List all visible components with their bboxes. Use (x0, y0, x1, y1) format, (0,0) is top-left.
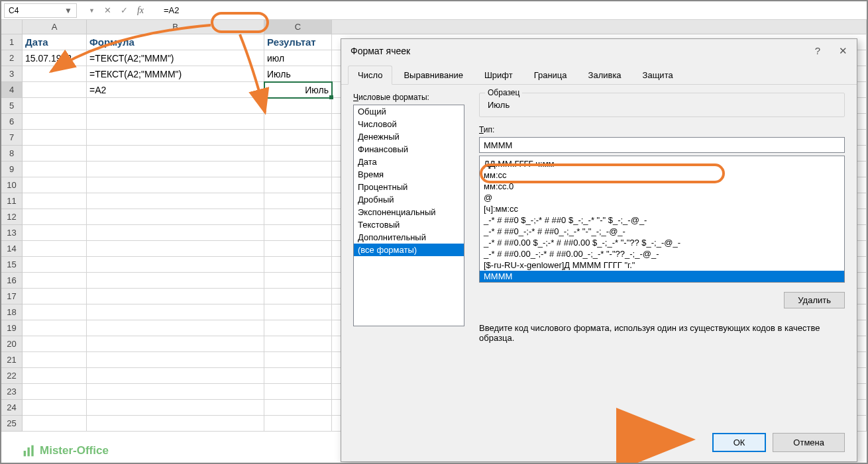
cell-A14[interactable] (23, 241, 87, 257)
cell-A5[interactable] (23, 98, 87, 114)
format-item[interactable]: [ч]:мм:сс (480, 203, 844, 214)
cell-A4[interactable] (23, 82, 87, 98)
row-header[interactable]: 22 (1, 368, 23, 384)
cell-B3[interactable]: =ТЕКСТ(A2;"ММММ") (87, 66, 264, 82)
dropdown-icon[interactable]: ▼ (64, 6, 72, 15)
row-header[interactable]: 16 (1, 273, 23, 289)
category-item[interactable]: Время (354, 168, 464, 181)
cell-B17[interactable] (87, 289, 264, 304)
row-header[interactable]: 24 (1, 400, 23, 416)
cell-C24[interactable] (264, 400, 332, 416)
format-list[interactable]: ч:мм:ссДД.ММ.ГГГГ ч:мммм:ссмм:сс.0@[ч]:м… (479, 156, 845, 283)
tab-Шрифт[interactable]: Шрифт (474, 66, 523, 84)
dropdown-icon[interactable]: ▼ (89, 7, 95, 14)
cell-A11[interactable] (23, 193, 87, 209)
cell-B16[interactable] (87, 273, 264, 289)
category-item[interactable]: Дополнительный (354, 231, 464, 244)
cell-C22[interactable] (264, 368, 332, 384)
category-item[interactable]: Процентный (354, 181, 464, 193)
row-header[interactable]: 25 (1, 416, 23, 432)
cell-A24[interactable] (23, 400, 87, 416)
cell-C2[interactable]: июл (264, 50, 332, 66)
cell-B12[interactable] (87, 209, 264, 225)
cell-B8[interactable] (87, 146, 264, 162)
format-item[interactable]: _-* # ##0 $_-;-* # ##0 $_-;_-* "-" $_-;_… (480, 214, 844, 226)
category-item[interactable]: Числовой (354, 118, 464, 130)
format-item[interactable]: мм:сс (480, 169, 844, 181)
cell-A20[interactable] (23, 336, 87, 352)
cell-B25[interactable] (87, 416, 264, 432)
row-header[interactable]: 15 (1, 257, 23, 273)
row-header[interactable]: 6 (1, 114, 23, 130)
cell-B9[interactable] (87, 162, 264, 177)
cell-B11[interactable] (87, 193, 264, 209)
tab-Защита[interactable]: Защита (633, 66, 683, 84)
column-header-B[interactable]: B (87, 20, 264, 34)
category-item[interactable]: Денежный (354, 130, 464, 143)
cell-C16[interactable] (264, 273, 332, 289)
column-header[interactable] (332, 20, 867, 34)
cell-C10[interactable] (264, 177, 332, 193)
cell-A18[interactable] (23, 304, 87, 320)
cell-A1[interactable]: Дата (23, 34, 87, 50)
row-header[interactable]: 2 (1, 50, 23, 66)
ok-button[interactable]: ОК (712, 433, 767, 452)
cell-B15[interactable] (87, 257, 264, 273)
cell-A23[interactable] (23, 384, 87, 400)
row-header[interactable]: 5 (1, 98, 23, 114)
cell-C9[interactable] (264, 162, 332, 177)
cell-A17[interactable] (23, 289, 87, 304)
cell-B1[interactable]: Формула (87, 34, 264, 50)
cell-C11[interactable] (264, 193, 332, 209)
format-item[interactable]: _-* # ##0.00 $_-;-* # ##0.00 $_-;_-* "-"… (480, 237, 844, 248)
cell-C5[interactable] (264, 98, 332, 114)
cell-A9[interactable] (23, 162, 87, 177)
cell-A8[interactable] (23, 146, 87, 162)
cell-B10[interactable] (87, 177, 264, 193)
row-header[interactable]: 13 (1, 225, 23, 241)
tab-Заливка[interactable]: Заливка (578, 66, 631, 84)
cell-C4[interactable]: Июль (264, 82, 332, 98)
cell-A2[interactable]: 15.07.1992 (23, 50, 87, 66)
row-header[interactable]: 12 (1, 209, 23, 225)
row-header[interactable]: 19 (1, 320, 23, 336)
cell-A22[interactable] (23, 368, 87, 384)
category-item[interactable]: Дробный (354, 193, 464, 206)
cell-B19[interactable] (87, 320, 264, 336)
cell-B2[interactable]: =ТЕКСТ(A2;"МММ") (87, 50, 264, 66)
format-item[interactable]: [$-ru-RU-x-genlower]Д ММММ ГГГГ "г." (480, 259, 844, 271)
cell-B5[interactable] (87, 98, 264, 114)
cell-C3[interactable]: Июль (264, 66, 332, 82)
cell-C20[interactable] (264, 336, 332, 352)
format-item[interactable]: _-* # ##0.00_-;-* # ##0.00_-;_-* "-"??_-… (480, 248, 844, 259)
cell-A19[interactable] (23, 320, 87, 336)
cell-B14[interactable] (87, 241, 264, 257)
cell-C21[interactable] (264, 352, 332, 368)
cell-B18[interactable] (87, 304, 264, 320)
row-header[interactable]: 23 (1, 384, 23, 400)
cell-C6[interactable] (264, 114, 332, 130)
row-header[interactable]: 3 (1, 66, 23, 82)
cell-B4[interactable]: =A2 (87, 82, 264, 98)
row-header[interactable]: 9 (1, 162, 23, 177)
cell-A16[interactable] (23, 273, 87, 289)
row-header[interactable]: 20 (1, 336, 23, 352)
cell-A10[interactable] (23, 177, 87, 193)
cell-A3[interactable] (23, 66, 87, 82)
row-header[interactable]: 17 (1, 289, 23, 304)
tab-Выравнивание[interactable]: Выравнивание (394, 66, 472, 84)
category-item[interactable]: (все форматы) (354, 244, 464, 256)
cell-C7[interactable] (264, 130, 332, 146)
name-box[interactable]: C4 ▼ (4, 3, 77, 18)
cell-B22[interactable] (87, 368, 264, 384)
fx-icon[interactable]: fx (137, 5, 144, 16)
row-header[interactable]: 7 (1, 130, 23, 146)
category-item[interactable]: Текстовый (354, 218, 464, 231)
column-header-C[interactable]: C (264, 20, 332, 34)
cell-C14[interactable] (264, 241, 332, 257)
tab-Граница[interactable]: Граница (524, 66, 577, 84)
category-item[interactable]: Финансовый (354, 143, 464, 156)
close-icon[interactable]: ✕ (839, 45, 847, 57)
cell-B13[interactable] (87, 225, 264, 241)
row-header[interactable]: 1 (1, 34, 23, 50)
